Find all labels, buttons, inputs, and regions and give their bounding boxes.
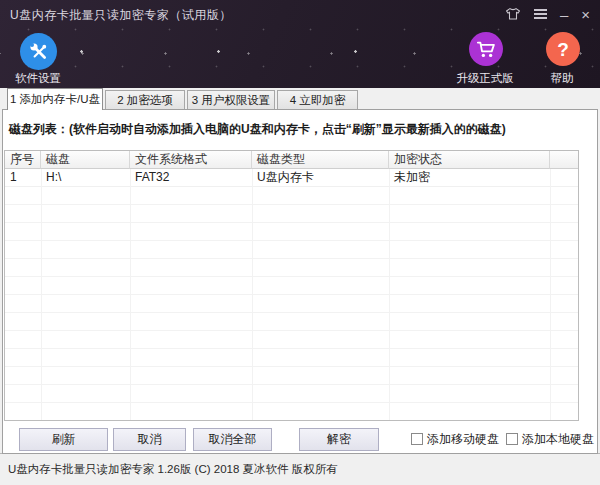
col-filesystem[interactable]: 文件系统格式: [130, 151, 252, 169]
status-text: U盘内存卡批量只读加密专家 1.26版 (C) 2018 夏冰软件 版权所有: [8, 462, 338, 477]
upgrade-label: 升级正式版: [454, 71, 516, 86]
cart-icon: [469, 32, 503, 66]
tools-icon: [20, 33, 57, 70]
window-title: U盘内存卡批量只读加密专家（试用版）: [10, 7, 232, 24]
window-controls: – ×: [505, 0, 590, 28]
checkbox-box[interactable]: [411, 433, 423, 445]
col-index[interactable]: 序号: [5, 151, 41, 169]
refresh-button[interactable]: 刷新: [19, 428, 108, 451]
app-window: U盘内存卡批量只读加密专家（试用版） – ×: [0, 0, 600, 485]
cell-filesystem: FAT32: [130, 169, 252, 187]
cell-disk-type: U盘内存卡: [252, 169, 389, 187]
starry-header: U盘内存卡批量只读加密专家（试用版） – ×: [0, 0, 600, 88]
cell-disk: H:\: [41, 169, 130, 187]
disk-list-caption: 磁盘列表：(软件启动时自动添加插入电脑的U盘和内存卡，点击“刷新”显示最新插入的…: [9, 121, 506, 138]
question-icon: ?: [546, 32, 580, 66]
cell-enc-status: 未加密: [389, 169, 550, 187]
menu-icon[interactable]: [534, 9, 547, 19]
column-divider: [41, 169, 42, 420]
close-button[interactable]: ×: [581, 7, 590, 22]
col-spacer: [550, 151, 578, 169]
cell-index: 1: [5, 169, 41, 187]
skin-icon[interactable]: [505, 7, 521, 21]
tab-add-disk[interactable]: 1 添加内存卡/U盘: [7, 88, 103, 110]
help-label: 帮助: [546, 71, 578, 86]
checkbox-box[interactable]: [506, 433, 518, 445]
column-divider: [252, 169, 253, 420]
minimize-button[interactable]: –: [560, 7, 568, 22]
add-mobile-disk-checkbox[interactable]: 添加移动硬盘: [411, 431, 499, 447]
disk-table[interactable]: 序号 磁盘 文件系统格式 磁盘类型 加密状态 1 H:\ FAT32 U盘内存卡…: [4, 150, 579, 421]
col-disk[interactable]: 磁盘: [41, 151, 130, 169]
tab-encrypt-options[interactable]: 2 加密选项: [105, 90, 185, 109]
tab-page-add-disk: 磁盘列表：(软件启动时自动添加插入电脑的U盘和内存卡，点击“刷新”显示最新插入的…: [2, 109, 598, 454]
settings-label: 软件设置: [8, 71, 68, 86]
table-row[interactable]: 1 H:\ FAT32 U盘内存卡 未加密: [5, 169, 578, 187]
cancel-all-button[interactable]: 取消全部: [193, 428, 272, 451]
status-bar: U盘内存卡批量只读加密专家 1.26版 (C) 2018 夏冰软件 版权所有: [0, 453, 600, 485]
col-disk-type[interactable]: 磁盘类型: [252, 151, 389, 169]
column-divider: [130, 169, 131, 420]
checkbox-label: 添加移动硬盘: [427, 431, 499, 448]
decrypt-button[interactable]: 解密: [299, 428, 379, 451]
add-local-disk-checkbox[interactable]: 添加本地硬盘: [506, 431, 594, 447]
empty-rows: [5, 187, 578, 420]
checkbox-label: 添加本地硬盘: [522, 431, 594, 448]
tab-encrypt-now[interactable]: 4 立即加密: [277, 90, 358, 109]
tab-strip: 1 添加内存卡/U盘 2 加密选项 3 用户权限设置 4 立即加密: [2, 88, 598, 109]
cell-spacer: [550, 169, 578, 187]
column-divider: [550, 169, 551, 420]
cancel-button[interactable]: 取消: [113, 428, 186, 451]
tab-user-rights[interactable]: 3 用户权限设置: [187, 90, 275, 109]
table-header: 序号 磁盘 文件系统格式 磁盘类型 加密状态: [5, 151, 578, 169]
col-enc-status[interactable]: 加密状态: [389, 151, 550, 169]
column-divider: [389, 169, 390, 420]
title-bar: U盘内存卡批量只读加密专家（试用版） – ×: [0, 0, 600, 28]
